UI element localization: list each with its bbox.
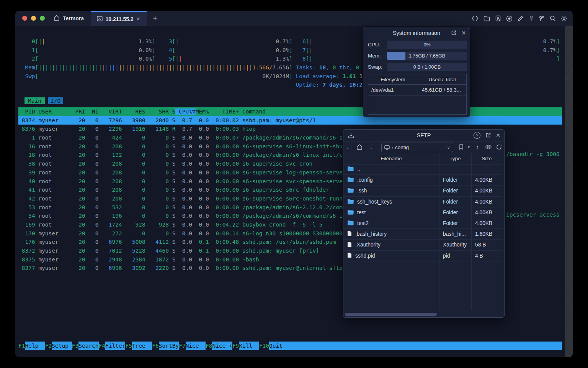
tab-10-211-55-2[interactable]: 10.211.55.2 ✕ [91, 11, 147, 26]
keychain-icon[interactable] [539, 15, 545, 22]
file-icon [347, 252, 352, 259]
key-icon[interactable] [529, 15, 534, 22]
sftp-column-filename[interactable]: Filename [343, 153, 439, 164]
fkey-action-filter[interactable]: Filter [105, 342, 125, 350]
fkey-action-tree[interactable]: Tree [132, 342, 152, 350]
file-icon [347, 242, 352, 248]
sftp-column-size[interactable]: Size [471, 153, 502, 164]
file-name: test2 [357, 220, 369, 226]
code-icon[interactable] [472, 16, 479, 21]
settings-icon[interactable] [561, 15, 567, 22]
tab-bar: Termora 10.211.55.2 ✕ + [15, 11, 573, 26]
fkey-f4[interactable]: F4 [99, 342, 105, 350]
fkey-action-kill[interactable]: Kill [239, 342, 259, 350]
open-in-window-icon[interactable] [485, 133, 491, 138]
system-information-panel: System information ✕ CPU: 0% Mem: 1.75GB… [363, 27, 470, 117]
path-box[interactable]: › config ˅ [381, 143, 453, 152]
file-type [439, 164, 471, 174]
folder-icon [347, 187, 354, 194]
file-name: .Xauthority [355, 242, 381, 248]
refresh-icon[interactable] [496, 144, 502, 150]
file-name: .bash_history [355, 231, 387, 237]
fkey-f2[interactable]: F2 [45, 342, 52, 350]
close-window-button[interactable] [22, 16, 27, 21]
file-name: .ssh [357, 188, 367, 194]
sftp-file-list: ...configFolder4.00KB.sshFolder4.00KBssh… [343, 164, 502, 261]
file-row--config[interactable]: .configFolder4.00KB [343, 175, 502, 186]
file-row--[interactable]: .. [343, 164, 502, 175]
htop-header-row[interactable]: PID USER PRI NI VIRT RES SHR S CPU%▽MEM%… [18, 107, 562, 116]
fkey-action-setup[interactable]: Setup [52, 342, 72, 350]
fkey-f10[interactable]: F10 [259, 342, 269, 350]
fkey-action-nice-[interactable]: Nice + [212, 342, 232, 350]
file-size: 4.00KB [471, 207, 502, 218]
fkey-action-search[interactable]: Search [78, 342, 98, 350]
file-row--ssh[interactable]: .sshFolder4.00KB [343, 186, 502, 196]
fkey-action-nice-[interactable]: Nice - [186, 342, 206, 350]
file-row-sshd-pid[interactable]: sshd.pidpid4 B [343, 251, 502, 261]
filesystem-usage: 45.61GB / 58.3... [418, 85, 466, 95]
file-row--bash-history[interactable]: .bash_historybash_hi...1.60KB [343, 229, 502, 240]
fkey-action-help[interactable]: Help [25, 342, 45, 350]
htop-meter-line: 0[|| 1.3%] 3[| 0.7%] 6[| 0.7%] [18, 37, 560, 46]
file-type: Xauthority [439, 240, 471, 250]
search-icon[interactable] [550, 15, 556, 21]
bookmark-dropdown-icon[interactable]: ▾ [468, 145, 470, 149]
fkey-f6[interactable]: F6 [152, 342, 158, 350]
filesystem-table: Filesystem Used / Total /dev/vda1 45.61G… [368, 74, 467, 115]
htop-tab-i-o[interactable]: I/O [48, 97, 63, 104]
new-tab-button[interactable]: + [150, 13, 160, 23]
download-icon[interactable] [348, 132, 354, 138]
file-row-test[interactable]: testFolder4.00KB [343, 207, 502, 218]
command-overflow-text: ipcserver-access [506, 212, 560, 218]
back-icon[interactable]: ← [343, 144, 354, 150]
sftp-navbar: ← → › config ˅ ▾ ↑ [343, 141, 504, 153]
edit-icon[interactable] [518, 15, 524, 21]
file-icon [347, 231, 352, 238]
app-home[interactable]: Termora [54, 11, 84, 26]
folder-icon[interactable] [483, 16, 490, 21]
close-panel-icon[interactable]: ✕ [461, 30, 466, 36]
file-type: Folder [439, 197, 471, 207]
fkey-action-quit[interactable]: Quit [269, 342, 562, 350]
open-in-window-icon[interactable] [451, 30, 456, 36]
chevron-down-icon[interactable]: ˅ [448, 145, 450, 150]
path-segment[interactable]: config [395, 145, 409, 150]
file-type: pid [439, 251, 471, 261]
fkey-action-sortby[interactable]: SortBy [159, 342, 179, 350]
htop-meters: 0[|| 1.3%] 3[| 0.7%] 6[| 0.7%] 1[ 0.0%] [18, 37, 560, 89]
record-icon[interactable] [506, 15, 513, 22]
home-icon[interactable] [354, 144, 365, 150]
file-row-ssh-host-keys[interactable]: ssh_host_keysFolder4.00KB [343, 197, 502, 207]
minimize-window-button[interactable] [31, 16, 36, 21]
fkey-f5[interactable]: F5 [125, 342, 132, 350]
show-hidden-icon[interactable] [485, 145, 492, 150]
sftp-scrollbar-thumb[interactable] [345, 313, 437, 316]
help-icon[interactable]: ? [474, 132, 480, 139]
fkey-f8[interactable]: F8 [206, 342, 212, 350]
tab-close-icon[interactable]: ✕ [136, 16, 140, 22]
sftp-column-type[interactable]: Type [439, 153, 471, 164]
forward-icon[interactable]: → [365, 144, 376, 150]
file-row--Xauthority[interactable]: .XauthorityXauthority58 B [343, 240, 502, 250]
terminal-scrollbar-track[interactable] [565, 26, 573, 357]
folder-icon [347, 220, 354, 227]
sftp-horizontal-scrollbar[interactable] [344, 312, 503, 316]
bookmark-icon[interactable] [459, 144, 464, 150]
fkey-f9[interactable]: F9 [232, 342, 239, 350]
filesystem-row[interactable]: /dev/vda1 45.61GB / 58.3... [368, 85, 466, 95]
process-row-8374[interactable]: 8374 myuser 20 0 7296 3980 2840 S 0.7 0.… [18, 116, 562, 125]
log-icon[interactable] [495, 15, 501, 21]
fkey-f3[interactable]: F3 [72, 342, 78, 350]
fkey-f1[interactable]: F1 [18, 342, 25, 350]
file-size: 4.00KB [471, 186, 502, 196]
up-directory-icon[interactable]: ↑ [474, 144, 481, 150]
close-panel-icon[interactable]: ✕ [496, 132, 500, 138]
htop-tab-main[interactable]: Main [24, 97, 45, 104]
traffic-lights[interactable] [22, 16, 45, 21]
file-row-test2[interactable]: test2Folder4.00KB [343, 218, 502, 229]
fkey-f7[interactable]: F7 [179, 342, 185, 350]
mem-label: Mem: [368, 52, 381, 60]
folder-icon [347, 209, 354, 216]
zoom-window-button[interactable] [40, 16, 45, 21]
